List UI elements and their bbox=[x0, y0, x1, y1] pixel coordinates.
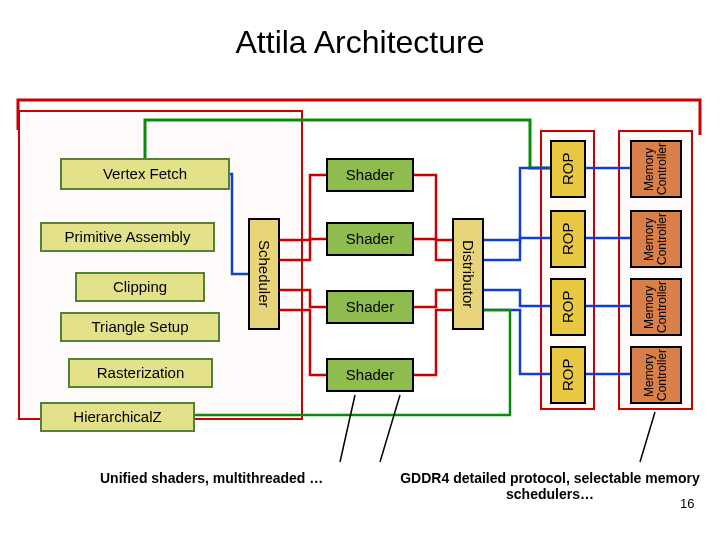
memctrl-1: Memory Controller bbox=[630, 210, 682, 268]
caption-left: Unified shaders, multithreaded … bbox=[100, 470, 380, 486]
shader-2: Shader bbox=[326, 290, 414, 324]
memctrl-3: Memory Controller bbox=[630, 346, 682, 404]
clipping-box: Clipping bbox=[75, 272, 205, 302]
primitive-assembly-box: Primitive Assembly bbox=[40, 222, 215, 252]
shader-0: Shader bbox=[326, 158, 414, 192]
svg-line-4 bbox=[340, 395, 355, 462]
shader-1: Shader bbox=[326, 222, 414, 256]
scheduler-box: Scheduler bbox=[248, 218, 280, 330]
memctrl-2: Memory Controller bbox=[630, 278, 682, 336]
page-title: Attila Architecture bbox=[0, 24, 720, 61]
distributor-box: Distributor bbox=[452, 218, 484, 330]
vertex-fetch-box: Vertex Fetch bbox=[60, 158, 230, 190]
rasterization-box: Rasterization bbox=[68, 358, 213, 388]
rop-2: ROP bbox=[550, 278, 586, 336]
rop-1: ROP bbox=[550, 210, 586, 268]
rop-0: ROP bbox=[550, 140, 586, 198]
svg-line-6 bbox=[640, 412, 655, 462]
svg-line-5 bbox=[380, 395, 400, 462]
shader-3: Shader bbox=[326, 358, 414, 392]
rop-3: ROP bbox=[550, 346, 586, 404]
triangle-setup-box: Triangle Setup bbox=[60, 312, 220, 342]
hierarchical-z-box: HierarchicalZ bbox=[40, 402, 195, 432]
memctrl-0: Memory Controller bbox=[630, 140, 682, 198]
page-number: 16 bbox=[680, 496, 694, 511]
caption-right: GDDR4 detailed protocol, selectable memo… bbox=[400, 470, 700, 502]
